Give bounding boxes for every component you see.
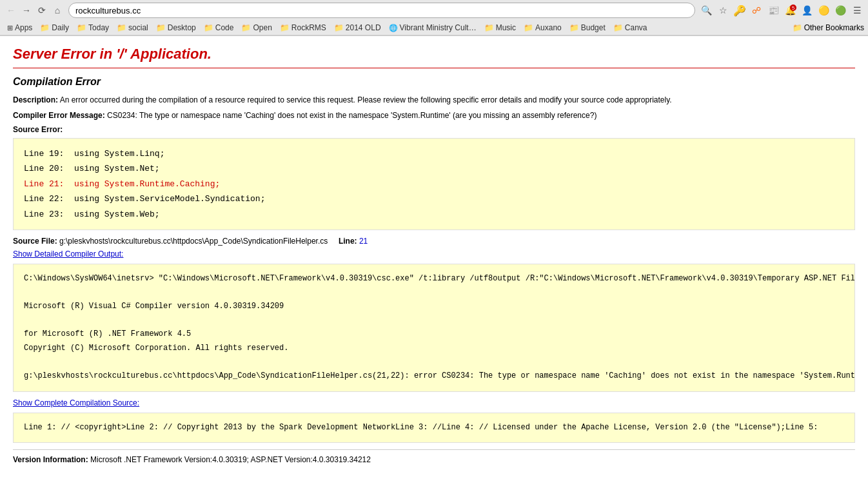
description-label: Description: xyxy=(13,95,58,104)
apps-grid-icon: ⊞ xyxy=(7,24,13,32)
version-info-label: Version Information: xyxy=(13,455,88,464)
bookmark-social[interactable]: 📁 social xyxy=(113,22,152,34)
compiler-output-line1: C:\Windows\SysWOW64\inetsrv> "C:\Windows… xyxy=(24,272,844,286)
source-line-19: Line 19: using System.Linq; xyxy=(24,146,844,161)
extension-icon2[interactable]: 📰 xyxy=(766,3,780,17)
bookmark-auxano[interactable]: 📁 Auxano xyxy=(520,22,565,34)
compilation-source-text: Line 1: // <copyright>Line 2: // Copyrig… xyxy=(24,421,844,435)
folder-icon: 📁 xyxy=(484,23,494,32)
folder-icon: 📁 xyxy=(334,23,344,32)
compilation-error-heading: Compilation Error xyxy=(13,76,855,88)
source-file-label: Source File: xyxy=(13,237,57,246)
bookmark-code[interactable]: 📁 Code xyxy=(201,22,237,34)
extension-icon1[interactable]: 🔑 xyxy=(733,3,747,17)
folder-icon: 📁 xyxy=(156,23,166,32)
bookmarks-bar: ⊞ Apps 📁 Daily 📁 Today 📁 social 📁 Deskto… xyxy=(0,21,868,35)
other-bookmarks-label: Other Bookmarks xyxy=(804,23,864,32)
source-line-21-error: Line 21: using System.Runtime.Caching; xyxy=(24,177,844,191)
compilation-source-box: Line 1: // <copyright>Line 2: // Copyrig… xyxy=(13,413,855,444)
bookmark-open[interactable]: 📁 Open xyxy=(238,22,275,34)
bookmark-2014old-label: 2014 OLD xyxy=(346,23,381,32)
other-bookmarks[interactable]: 📁 Other Bookmarks xyxy=(793,23,864,32)
bookmark-social-label: social xyxy=(128,23,148,32)
source-line-number-link[interactable]: 21 xyxy=(359,237,368,246)
bookmark-daily[interactable]: 📁 Daily xyxy=(37,22,72,34)
bookmark-music-label: Music xyxy=(496,23,516,32)
page-content: Server Error in '/' Application. Compila… xyxy=(0,36,868,474)
compiler-output-box: C:\Windows\SysWOW64\inetsrv> "C:\Windows… xyxy=(13,264,855,392)
source-line-20: Line 20: using System.Net; xyxy=(24,161,844,176)
bookmark-desktop-label: Desktop xyxy=(168,23,196,32)
folder-icon: 📁 xyxy=(569,23,579,32)
bookmark-today[interactable]: 📁 Today xyxy=(74,22,112,34)
bookmark-daily-label: Daily xyxy=(52,23,69,32)
bookmark-apps-label: Apps xyxy=(15,23,32,32)
source-line-22: Line 22: using System.ServiceModel.Syndi… xyxy=(24,191,844,206)
bookmark-music[interactable]: 📁 Music xyxy=(481,22,519,34)
compiler-message-text: CS0234: The type or namespace name 'Cach… xyxy=(107,111,597,120)
profile-icon[interactable]: 👤 xyxy=(800,3,814,17)
menu-icon[interactable]: ☰ xyxy=(850,3,864,17)
source-code-box: Line 19: using System.Linq; Line 20: usi… xyxy=(13,138,855,230)
star-icon[interactable]: ☆ xyxy=(716,3,730,17)
browser-toolbar: ← → ⟳ ⌂ 🔍 ☆ 🔑 ☍ 📰 🔔 5 👤 🟡 🟢 ☰ xyxy=(0,0,868,21)
extension-icon4[interactable]: 🟢 xyxy=(833,3,847,17)
server-error-title: Server Error in '/' Application. xyxy=(13,46,855,68)
folder-icon: 📁 xyxy=(793,23,802,32)
source-line-23: Line 23: using System.Web; xyxy=(24,207,844,222)
page-icon: 🌐 xyxy=(389,24,398,32)
folder-icon: 📁 xyxy=(241,23,251,32)
bookmark-rockrms[interactable]: 📁 RockRMS xyxy=(277,22,330,34)
folder-icon: 📁 xyxy=(280,23,290,32)
home-button[interactable]: ⌂ xyxy=(50,3,64,17)
compiler-message-label: Compiler Error Message: xyxy=(13,111,105,120)
bookmark-auxano-label: Auxano xyxy=(535,23,562,32)
toolbar-icons: 🔍 ☆ 🔑 ☍ 📰 🔔 5 👤 🟡 🟢 ☰ xyxy=(699,3,864,17)
forward-button[interactable]: → xyxy=(19,3,34,17)
bookmark-canva[interactable]: 📁 Canva xyxy=(610,22,651,34)
folder-icon: 📁 xyxy=(77,23,86,32)
compiler-output-line4 xyxy=(24,314,844,328)
bookmark-desktop[interactable]: 📁 Desktop xyxy=(153,22,199,34)
show-compiler-output-link[interactable]: Show Detailed Compiler Output: xyxy=(13,249,855,259)
back-button[interactable]: ← xyxy=(4,3,18,17)
browser-chrome: ← → ⟳ ⌂ 🔍 ☆ 🔑 ☍ 📰 🔔 5 👤 🟡 🟢 ☰ ⊞ Apps xyxy=(0,0,868,36)
error-description: Description: An error occurred during th… xyxy=(13,94,855,106)
compiler-message: Compiler Error Message: CS0234: The type… xyxy=(13,110,855,121)
compiler-output-line8: g:\pleskvhosts\rockculturebus.cc\httpdoc… xyxy=(24,369,844,384)
folder-icon: 📁 xyxy=(613,23,623,32)
bookmark-rockrms-label: RockRMS xyxy=(291,23,326,32)
search-icon[interactable]: 🔍 xyxy=(699,3,713,17)
version-info: Version Information: Microsoft .NET Fram… xyxy=(13,449,855,464)
version-info-text: Microsoft .NET Framework Version:4.0.303… xyxy=(90,455,371,464)
bookmark-budget[interactable]: 📁 Budget xyxy=(566,22,609,34)
rss-icon[interactable]: ☍ xyxy=(749,3,764,17)
nav-buttons: ← → ⟳ ⌂ xyxy=(4,3,64,17)
bookmark-code-label: Code xyxy=(215,23,234,32)
compiler-output-line3b: Microsoft (R) Visual C# Compiler version… xyxy=(24,300,844,314)
url-bar[interactable] xyxy=(68,3,695,18)
compiler-output-line3 xyxy=(24,286,844,300)
source-file-path: g:\pleskvhosts\rockculturebus.cc\httpdoc… xyxy=(59,237,328,246)
bookmark-canva-label: Canva xyxy=(625,23,647,32)
notification-icon[interactable]: 🔔 5 xyxy=(783,3,797,17)
source-error-label: Source Error: xyxy=(13,125,855,134)
notification-badge: 5 xyxy=(790,5,796,11)
refresh-button[interactable]: ⟳ xyxy=(35,3,49,17)
bookmark-vibrant[interactable]: 🌐 Vibrant Ministry Cult… xyxy=(386,22,480,34)
extension-icon3[interactable]: 🟡 xyxy=(816,3,831,17)
bookmark-apps[interactable]: ⊞ Apps xyxy=(4,22,35,34)
compiler-output-line6: Copyright (C) Microsoft Corporation. All… xyxy=(24,342,844,356)
bookmark-today-label: Today xyxy=(88,23,109,32)
compiler-output-line7 xyxy=(24,356,844,370)
description-text: An error occurred during the compilation… xyxy=(60,95,672,104)
source-line-label: Line: xyxy=(339,237,357,246)
folder-icon: 📁 xyxy=(524,23,533,32)
show-compilation-source-link[interactable]: Show Complete Compilation Source: xyxy=(13,398,855,407)
folder-icon: 📁 xyxy=(204,23,213,32)
bookmark-vibrant-label: Vibrant Ministry Cult… xyxy=(400,23,477,32)
folder-icon: 📁 xyxy=(40,23,50,32)
compiler-output-line5: for Microsoft (R) .NET Framework 4.5 xyxy=(24,327,844,342)
bookmark-open-label: Open xyxy=(253,23,271,32)
bookmark-2014old[interactable]: 📁 2014 OLD xyxy=(331,22,384,34)
